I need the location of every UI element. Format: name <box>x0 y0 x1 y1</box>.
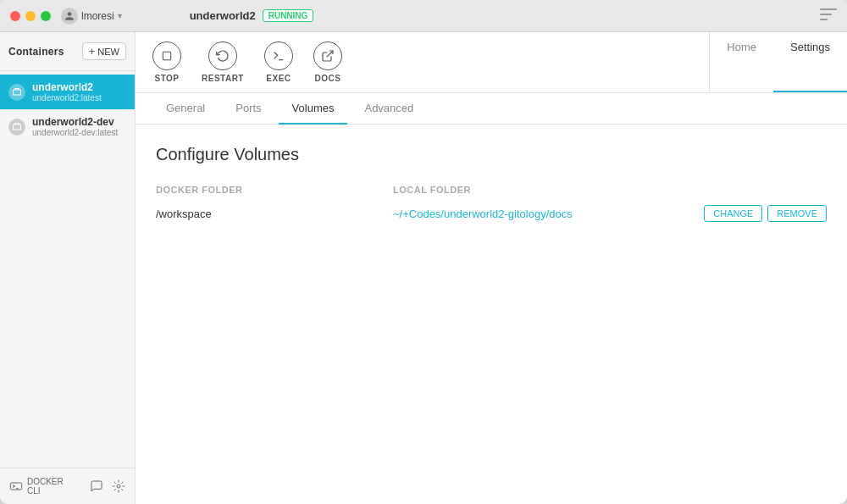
docker-cli-icon <box>8 479 24 494</box>
maximize-button[interactable] <box>41 11 51 21</box>
container-name-2: underworld2-dev <box>32 116 118 128</box>
titlebar-right <box>820 8 837 24</box>
svg-rect-1 <box>820 14 832 15</box>
settings-footer-button[interactable] <box>111 479 126 494</box>
change-button-1[interactable]: CHANGE <box>704 205 762 222</box>
volume-row-1: /workspace ~/+Codes/underworld2-gitology… <box>156 205 827 222</box>
tab-general[interactable]: General <box>152 93 219 125</box>
tab-advanced[interactable]: Advanced <box>351 93 427 125</box>
svg-rect-2 <box>820 19 828 20</box>
running-badge: RUNNING <box>263 9 314 22</box>
container-icon-active <box>8 84 25 101</box>
exec-label: EXEC <box>266 74 291 83</box>
new-container-button[interactable]: + NEW <box>82 42 126 60</box>
sidebar-title: Containers <box>8 46 64 58</box>
container-tag-2: underworld2-dev:latest <box>32 128 118 137</box>
exec-icon <box>264 42 293 70</box>
sidebar: Containers + NEW underworld2 underworld2… <box>0 32 136 504</box>
local-folder-value-1[interactable]: ~/+Codes/underworld2-gitology/docs <box>393 208 704 220</box>
stop-icon <box>152 42 181 70</box>
gear-icon <box>111 479 126 494</box>
stop-button[interactable]: STOP <box>152 42 181 83</box>
docs-label: DOCS <box>315 74 341 83</box>
volumes-header: DOCKER FOLDER LOCAL FOLDER <box>156 185 827 195</box>
titlebar-center: underworld2 RUNNING <box>122 9 820 22</box>
page-title: Configure Volumes <box>156 145 827 164</box>
restart-button[interactable]: RESTART <box>202 42 244 83</box>
main-layout: Containers + NEW underworld2 underworld2… <box>0 32 847 504</box>
traffic-lights <box>10 11 51 21</box>
container-name-1: underworld2 <box>32 81 102 93</box>
chat-icon <box>89 479 104 494</box>
minimize-button[interactable] <box>25 11 36 21</box>
content-area: STOP RESTART EXEC <box>136 32 847 504</box>
chat-button[interactable] <box>89 479 104 494</box>
exec-button[interactable]: EXEC <box>264 42 293 83</box>
tab-volumes[interactable]: Volumes <box>279 93 348 125</box>
home-settings-nav: Home Settings <box>709 32 847 92</box>
docker-folder-value-1: /workspace <box>156 208 393 220</box>
remove-button-1[interactable]: REMOVE <box>767 205 827 222</box>
docker-cli-button[interactable]: DOCKER CLI <box>8 477 79 496</box>
container-icon-inactive <box>8 119 25 136</box>
toolbar-section: STOP RESTART EXEC <box>136 32 709 92</box>
close-button[interactable] <box>10 11 20 21</box>
svg-line-7 <box>327 51 333 57</box>
app-window: lmoresi ▾ underworld2 RUNNING Containers… <box>0 0 847 504</box>
window-title: underworld2 <box>190 9 256 22</box>
sidebar-items-list: underworld2 underworld2:latest underworl… <box>0 71 135 468</box>
tab-settings[interactable]: Settings <box>773 32 847 92</box>
settings-tabs: General Ports Volumes Advanced <box>136 93 847 125</box>
sidebar-header: Containers + NEW <box>0 32 135 71</box>
user-avatar <box>61 8 78 25</box>
local-folder-header: LOCAL FOLDER <box>393 185 827 195</box>
sidebar-item-underworld2[interactable]: underworld2 underworld2:latest <box>0 75 135 109</box>
collapse-icon[interactable] <box>820 8 837 20</box>
container-text-underworld2: underworld2 underworld2:latest <box>32 81 102 102</box>
docker-folder-header: DOCKER FOLDER <box>156 185 393 195</box>
restart-label: RESTART <box>202 74 244 83</box>
docker-cli-label: DOCKER CLI <box>27 477 79 496</box>
docs-button[interactable]: DOCS <box>313 42 342 83</box>
top-area: STOP RESTART EXEC <box>136 32 847 93</box>
sidebar-item-underworld2-dev[interactable]: underworld2-dev underworld2-dev:latest <box>0 109 135 144</box>
titlebar: lmoresi ▾ underworld2 RUNNING <box>0 0 847 32</box>
volume-actions-1: CHANGE REMOVE <box>704 205 827 222</box>
container-tag-1: underworld2:latest <box>32 93 102 102</box>
sidebar-footer: DOCKER CLI <box>0 468 135 504</box>
user-name: lmoresi <box>81 10 114 22</box>
restart-icon <box>208 42 237 70</box>
svg-rect-0 <box>820 8 837 10</box>
stop-label: STOP <box>154 74 179 83</box>
page-content: Configure Volumes DOCKER FOLDER LOCAL FO… <box>136 125 847 504</box>
tab-ports[interactable]: Ports <box>222 93 274 125</box>
tab-home[interactable]: Home <box>710 32 773 92</box>
svg-point-4 <box>117 485 120 488</box>
svg-rect-5 <box>163 52 170 59</box>
docs-icon <box>313 42 342 70</box>
user-menu[interactable]: lmoresi ▾ <box>61 8 122 25</box>
container-text-underworld2-dev: underworld2-dev underworld2-dev:latest <box>32 116 118 137</box>
